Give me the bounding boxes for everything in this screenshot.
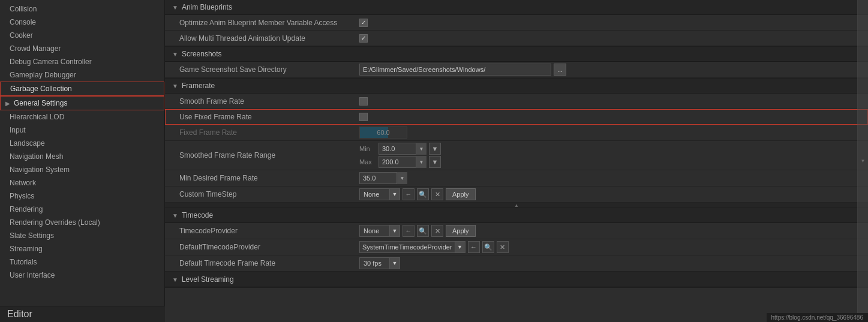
sidebar-item-label: Tutorials bbox=[10, 258, 37, 266]
sidebar-item-gameplay-debugger[interactable]: Gameplay Debugger bbox=[0, 68, 164, 82]
sidebar-item-general-settings[interactable]: ▶ General Settings bbox=[0, 96, 164, 110]
sidebar-item-crowd-manager[interactable]: Crowd Manager bbox=[0, 42, 164, 55]
prop-value bbox=[359, 97, 861, 106]
fixed-frame-rate-value: 60.0 bbox=[377, 129, 389, 136]
section-title: Level Streaming bbox=[182, 275, 234, 284]
prop-default-timecode-provider: DefaultTimecodeProvider SystemTimeTimeco… bbox=[165, 239, 868, 255]
fixed-frame-rate-progress: 60.0 bbox=[359, 127, 407, 139]
sidebar-item-streaming[interactable]: Streaming bbox=[0, 242, 164, 255]
section-title: Framerate bbox=[182, 82, 215, 90]
section-header-framerate[interactable]: ▼ Framerate bbox=[165, 79, 868, 94]
sidebar-item-tutorials[interactable]: Tutorials bbox=[0, 255, 164, 269]
section-screenshots: ▼ Screenshots Game Screenshot Save Direc… bbox=[165, 47, 868, 79]
section-header-level-streaming[interactable]: ▼ Level Streaming bbox=[165, 272, 868, 287]
section-header-anim-blueprints[interactable]: ▼ Anim Blueprints bbox=[165, 0, 868, 15]
prop-label: Allow Multi Threaded Animation Update bbox=[179, 34, 359, 43]
none-main-label: None bbox=[359, 225, 389, 237]
chevron-right-icon: ▶ bbox=[5, 100, 14, 107]
sidebar-item-console[interactable]: Console bbox=[0, 16, 164, 29]
multi-threaded-checkbox[interactable] bbox=[359, 34, 368, 43]
sidebar-item-slate-settings[interactable]: Slate Settings bbox=[0, 229, 164, 242]
sidebar-item-navigation-system[interactable]: Navigation System bbox=[0, 163, 164, 176]
sidebar-item-label: User Interface bbox=[10, 271, 55, 279]
sidebar-item-label: Hierarchical LOD bbox=[10, 113, 64, 121]
use-fixed-frame-rate-checkbox[interactable] bbox=[359, 113, 368, 121]
sidebar-item-hierarchical-lod[interactable]: Hierarchical LOD bbox=[0, 110, 164, 124]
sidebar-item-label: Slate Settings bbox=[10, 231, 54, 240]
sidebar-item-landscape[interactable]: Landscape bbox=[0, 137, 164, 150]
sidebar-item-label: Collision bbox=[10, 5, 37, 13]
sidebar-item-label: Garbage Collection bbox=[10, 85, 72, 93]
back-arrow-button[interactable]: ← bbox=[403, 188, 415, 200]
none-arrow-button[interactable]: ▼ bbox=[389, 188, 400, 200]
sidebar-item-physics[interactable]: Physics bbox=[0, 189, 164, 203]
apply-timestep-button[interactable]: Apply bbox=[446, 188, 476, 200]
prop-smooth-frame-rate: Smooth Frame Rate bbox=[165, 94, 868, 109]
section-header-timecode[interactable]: ▼ Timecode bbox=[165, 208, 868, 223]
max-dropdown-btn[interactable]: ▼ bbox=[429, 156, 441, 168]
sidebar-item-label: Cooker bbox=[10, 31, 33, 40]
prop-use-fixed-frame-rate: Use Fixed Frame Rate bbox=[165, 109, 868, 125]
clear-button[interactable]: ✕ bbox=[497, 241, 509, 253]
clear-button[interactable]: ✕ bbox=[431, 188, 443, 200]
section-timecode: ▼ Timecode TimecodeProvider None ▼ ← 🔍 ✕… bbox=[165, 208, 868, 272]
range-max-label: Max bbox=[359, 158, 376, 165]
section-header-screenshots[interactable]: ▼ Screenshots bbox=[165, 47, 868, 62]
min-spin[interactable]: ▼ bbox=[416, 143, 427, 155]
range-min-row: Min ▼ ▼ bbox=[359, 143, 441, 155]
prop-custom-timestep: Custom TimeStep None ▼ ← 🔍 ✕ Apply bbox=[165, 186, 868, 203]
editor-label: Editor bbox=[0, 306, 165, 322]
fixed-frame-rate-spin[interactable]: ▼ bbox=[857, 0, 868, 322]
max-spin[interactable]: ▼ bbox=[416, 156, 427, 168]
sidebar-item-debug-camera[interactable]: Debug Camera Controller bbox=[0, 55, 164, 68]
smooth-frame-rate-checkbox[interactable] bbox=[359, 97, 368, 106]
prop-value: SystemTimeTimecodeProvider ▼ ← 🔍 ✕ bbox=[359, 241, 861, 253]
timecode-provider-dropdown: None ▼ bbox=[359, 225, 400, 237]
screenshot-dir-input[interactable] bbox=[359, 64, 551, 76]
prop-value: None ▼ ← 🔍 ✕ Apply bbox=[359, 225, 861, 237]
sidebar-item-network[interactable]: Network bbox=[0, 176, 164, 189]
sidebar-item-label: Rendering Overrides (Local) bbox=[10, 218, 100, 227]
sidebar-item-label: Physics bbox=[10, 192, 34, 200]
clear-button[interactable]: ✕ bbox=[431, 225, 443, 237]
section-level-streaming: ▼ Level Streaming bbox=[165, 272, 868, 288]
sidebar-item-label: Rendering bbox=[10, 205, 43, 213]
min-dropdown-btn[interactable]: ▼ bbox=[429, 143, 441, 155]
sidebar-item-cooker[interactable]: Cooker bbox=[0, 29, 164, 42]
search-button[interactable]: 🔍 bbox=[482, 241, 494, 253]
sidebar-item-navigation-mesh[interactable]: Navigation Mesh bbox=[0, 150, 164, 163]
prop-value: 60.0 ▼ bbox=[359, 127, 861, 139]
sidebar-item-rendering[interactable]: Rendering bbox=[0, 203, 164, 216]
sidebar-item-garbage-collection[interactable]: Garbage Collection bbox=[0, 82, 164, 96]
max-input-wrap: ▼ bbox=[379, 156, 427, 168]
sidebar-item-collision[interactable]: Collision bbox=[0, 2, 164, 16]
system-provider-arrow-btn[interactable]: ▼ bbox=[455, 241, 465, 253]
search-button[interactable]: 🔍 bbox=[417, 225, 429, 237]
sidebar-item-rendering-overrides[interactable]: Rendering Overrides (Local) bbox=[0, 216, 164, 229]
apply-timecode-button[interactable]: Apply bbox=[446, 225, 476, 237]
collapse-arrow-icon: ▼ bbox=[172, 212, 178, 219]
sidebar-item-input[interactable]: Input bbox=[0, 124, 164, 137]
sidebar-item-label: Streaming bbox=[10, 245, 43, 253]
main-panel: ▼ Anim Blueprints Optimize Anim Blueprin… bbox=[165, 0, 868, 322]
url-bar: https://blog.csdn.net/qq_36696486 bbox=[767, 313, 868, 322]
collapse-arrow-icon: ▼ bbox=[172, 4, 178, 11]
prop-label: Min Desired Frame Rate bbox=[179, 174, 359, 182]
min-desired-wrap: ▼ bbox=[359, 172, 407, 184]
sidebar-item-user-interface[interactable]: User Interface bbox=[0, 269, 164, 282]
back-arrow-button[interactable]: ← bbox=[403, 225, 415, 237]
search-button[interactable]: 🔍 bbox=[417, 188, 429, 200]
min-desired-spin[interactable]: ▼ bbox=[397, 172, 407, 184]
optimize-anim-checkbox[interactable] bbox=[359, 19, 368, 27]
none-arrow-button[interactable]: ▼ bbox=[389, 225, 400, 237]
browse-button[interactable]: ... bbox=[554, 64, 566, 76]
sidebar-item-label: General Settings bbox=[14, 99, 67, 107]
prop-label: Optimize Anim Blueprint Member Variable … bbox=[179, 19, 359, 27]
prop-label: Fixed Frame Rate bbox=[179, 128, 359, 137]
prop-label: Smooth Frame Rate bbox=[179, 97, 359, 106]
prop-label: Custom TimeStep bbox=[179, 190, 359, 198]
back-arrow-button[interactable]: ← bbox=[468, 241, 480, 253]
range-max-row: Max ▼ ▼ bbox=[359, 156, 441, 168]
prop-value: Min ▼ ▼ Max ▼ ▼ bbox=[359, 143, 861, 168]
fps-arrow-button[interactable]: ▼ bbox=[389, 257, 400, 269]
